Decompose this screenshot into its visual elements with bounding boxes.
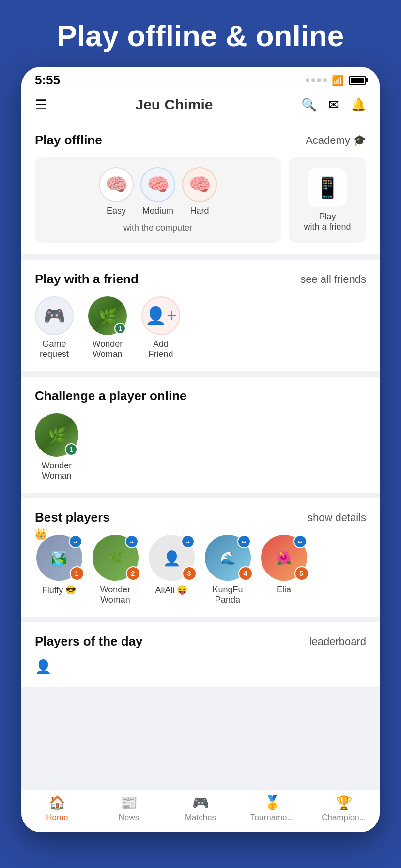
kungfu-avatar-wrapper: L1 4: [205, 535, 251, 581]
elia-avatar-wrapper: L1 5: [261, 535, 307, 581]
wonder-woman-label: WonderWoman: [93, 339, 123, 359]
page-bg-title: Play offline & online: [0, 0, 401, 67]
phone-frame: 5:55 📶 ☰ Jeu Chimie 🔍 ✉ 🔔: [21, 67, 380, 832]
news-icon: 📰: [121, 795, 138, 811]
play-label: Play: [319, 212, 336, 222]
add-friend-item[interactable]: 👤+ AddFriend: [141, 296, 180, 359]
hamburger-menu[interactable]: ☰: [35, 97, 47, 113]
nav-matches[interactable]: 🎮 Matches: [176, 795, 225, 822]
game-request-item[interactable]: 🎮 Gamerequest: [35, 296, 74, 359]
wonder-woman-badge: 1: [114, 323, 126, 334]
challenge-badge: 1: [65, 443, 77, 456]
bottom-nav: 🏠 Home 📰 News 🎮 Matches 🥇 Tourname... 🏆 …: [21, 790, 380, 832]
difficulty-hard[interactable]: 🧠 Hard: [182, 167, 217, 216]
champion-icon: 🏆: [336, 795, 353, 811]
search-icon[interactable]: 🔍: [301, 97, 317, 112]
nav-news-label: News: [119, 813, 139, 822]
challenge-header: Challenge a player online: [35, 388, 366, 403]
play-friend-box[interactable]: 📱 Play with a friend: [289, 157, 366, 243]
elia-name: Elia: [277, 585, 291, 595]
nav-icons: 🔍 ✉ 🔔: [301, 97, 366, 112]
add-person-icon: 👤+: [145, 306, 177, 326]
game-request-label: Gamerequest: [40, 339, 69, 359]
status-icons: 📶: [306, 75, 366, 86]
medium-label: Medium: [142, 206, 173, 216]
play-friend-icon: 📱: [308, 168, 347, 207]
fluffy-rank-badge: 1: [70, 566, 84, 581]
ali-rank-badge: 3: [182, 566, 197, 581]
wonder-woman-friend-item[interactable]: 1 WonderWoman: [88, 296, 127, 359]
top-nav: ☰ Jeu Chimie 🔍 ✉ 🔔: [21, 92, 380, 121]
elia-rank-badge: 5: [294, 566, 309, 581]
ww2-level-badge: L1: [125, 535, 139, 548]
fluffy-avatar-wrapper: 👑 L1 1: [36, 535, 82, 581]
ww2-rank-badge: 2: [126, 566, 140, 581]
show-details-link[interactable]: show details: [308, 512, 366, 524]
best-player-ali[interactable]: L1 3 AliAli 😝: [147, 535, 196, 595]
challenge-player-item[interactable]: 1 WonderWoman: [35, 413, 78, 481]
play-offline-title: Play offline: [35, 133, 102, 148]
leaderboard-link[interactable]: leaderboard: [309, 636, 366, 648]
nav-tournament[interactable]: 🥇 Tourname...: [248, 795, 296, 822]
matches-icon: 🎮: [192, 795, 209, 811]
gamepad-icon: 🎮: [44, 306, 65, 326]
easy-brain-icon: 🧠: [105, 174, 128, 195]
play-offline-header: Play offline Academy 🎓: [35, 133, 366, 148]
kungfu-rank-badge: 4: [238, 566, 253, 581]
see-all-friends-link[interactable]: see all friends: [300, 273, 366, 286]
bell-icon[interactable]: 🔔: [351, 97, 366, 112]
status-time: 5:55: [35, 73, 60, 88]
status-bar: 5:55 📶: [21, 67, 380, 92]
battery-icon: [349, 76, 366, 85]
best-player-fluffy[interactable]: 👑 L1 1 Fluffy 😎: [35, 535, 83, 595]
difficulty-easy[interactable]: 🧠 Easy: [99, 167, 134, 216]
play-offline-section: Play offline Academy 🎓 🧠 Easy: [21, 121, 380, 254]
mail-icon[interactable]: ✉: [328, 97, 339, 112]
with-friend-label: with a friend: [304, 222, 351, 232]
hard-label: Hard: [190, 206, 209, 216]
easy-label: Easy: [107, 206, 126, 216]
ali-name: AliAli 😝: [155, 585, 187, 595]
fluffy-name: Fluffy 😎: [42, 585, 77, 595]
best-players-row: 👑 L1 1 Fluffy 😎: [35, 535, 366, 605]
play-with-friend-header: Play with a friend see all friends: [35, 272, 366, 287]
nav-tournament-label: Tourname...: [250, 813, 294, 822]
best-players-title: Best players: [35, 510, 110, 525]
wonder-woman-2-name: WonderWoman: [100, 585, 131, 605]
app-title: Jeu Chimie: [135, 96, 213, 113]
easy-icon-circle: 🧠: [99, 167, 134, 202]
difficulty-medium[interactable]: 🧠 Medium: [140, 167, 175, 216]
players-of-day-section: Players of the day leaderboard 👤: [21, 622, 380, 687]
players-day-title: Players of the day: [35, 634, 143, 649]
crown-icon: 👑: [34, 528, 47, 541]
play-with-friend-section: Play with a friend see all friends 🎮 Gam…: [21, 260, 380, 371]
medium-icon-circle: 🧠: [140, 167, 175, 202]
best-player-wonder-woman[interactable]: L1 2 WonderWoman: [91, 535, 139, 605]
nav-news[interactable]: 📰 News: [105, 795, 153, 822]
game-request-avatar: 🎮: [35, 296, 74, 335]
best-players-section: Best players show details 👑 L1 1: [21, 498, 380, 617]
challenge-player-avatar: 1: [35, 413, 78, 457]
hard-icon-circle: 🧠: [182, 167, 217, 202]
best-player-kungfu[interactable]: L1 4 KungFuPanda: [203, 535, 252, 605]
best-player-elia[interactable]: L1 5 Elia: [260, 535, 308, 595]
best-players-header: Best players show details: [35, 510, 366, 525]
difficulty-row: 🧠 Easy 🧠 Medium 🧠: [99, 167, 217, 216]
tournament-icon: 🥇: [264, 795, 281, 811]
challenge-list: 1 WonderWoman: [35, 413, 366, 481]
nav-champion[interactable]: 🏆 Champion...: [320, 795, 368, 822]
challenge-online-section: Challenge a player online 1 WonderWoman: [21, 377, 380, 493]
nav-home-label: Home: [46, 813, 68, 822]
elia-level-badge: L1: [293, 535, 307, 548]
wonder-woman-avatar: 1: [88, 296, 127, 335]
with-computer-label: with the computer: [123, 223, 192, 233]
play-computer-box[interactable]: 🧠 Easy 🧠 Medium 🧠: [35, 157, 281, 243]
academy-link[interactable]: Academy 🎓: [306, 134, 366, 147]
add-friend-avatar: 👤+: [141, 296, 180, 335]
nav-champion-label: Champion...: [322, 813, 366, 822]
friends-row: 🎮 Gamerequest 1 WonderWoman: [35, 296, 366, 359]
players-day-header: Players of the day leaderboard: [35, 634, 366, 649]
challenge-title: Challenge a player online: [35, 388, 187, 403]
main-content: Play offline Academy 🎓 🧠 Easy: [21, 121, 380, 790]
nav-home[interactable]: 🏠 Home: [33, 795, 81, 822]
